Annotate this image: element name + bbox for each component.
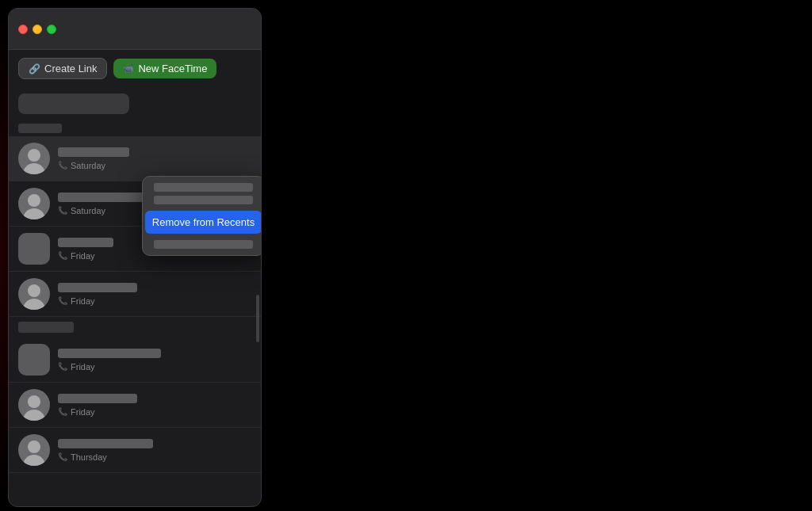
contact-sub: 📞 Friday xyxy=(58,296,251,306)
contact-day: Thursday xyxy=(71,452,107,462)
phone-icon: 📞 xyxy=(58,296,67,305)
avatar xyxy=(18,233,50,265)
link-icon: 🔗 xyxy=(29,63,40,74)
video-icon: 📹 xyxy=(123,63,134,74)
contact-list: 📞 Saturday 📞 Saturday 📞 xyxy=(9,136,261,473)
contact-name-bar xyxy=(58,394,137,403)
contact-day: Saturday xyxy=(71,161,105,170)
group-section xyxy=(9,317,261,337)
contact-info: 📞 Thursday xyxy=(58,439,251,462)
context-menu: Remove from Recents xyxy=(142,176,261,256)
context-menu-bar xyxy=(154,183,253,192)
contact-day: Friday xyxy=(71,362,95,372)
new-facetime-label: New FaceTime xyxy=(138,63,207,74)
avatar xyxy=(18,344,50,376)
avatar xyxy=(18,188,50,219)
contact-sub: 📞 Thursday xyxy=(58,452,251,462)
phone-icon: 📞 xyxy=(58,161,67,170)
new-facetime-button[interactable]: 📹 New FaceTime xyxy=(113,59,216,78)
toolbar: 🔗 Create Link 📹 New FaceTime xyxy=(9,50,261,87)
phone-icon: 📞 xyxy=(58,206,67,215)
list-item[interactable]: 📞 Friday xyxy=(9,383,261,428)
context-menu-item xyxy=(143,194,261,208)
contact-day: Friday xyxy=(71,296,95,306)
contact-name-bar xyxy=(58,193,145,202)
maximize-button[interactable] xyxy=(47,25,56,34)
create-link-label: Create Link xyxy=(44,63,97,74)
title-bar xyxy=(9,9,261,50)
search-area xyxy=(9,87,261,120)
contact-sub: 📞 Saturday xyxy=(58,161,251,170)
context-menu-item xyxy=(143,236,261,255)
avatar xyxy=(18,389,50,421)
section-label xyxy=(18,124,62,133)
avatar xyxy=(18,143,50,174)
contact-info: 📞 Friday xyxy=(58,283,251,306)
contact-info: 📞 Saturday xyxy=(58,147,251,170)
list-item[interactable]: 📞 Friday xyxy=(9,337,261,383)
context-menu-bar xyxy=(154,240,253,249)
phone-icon: 📞 xyxy=(58,407,67,416)
remove-from-recents-label: Remove from Recents xyxy=(152,216,255,228)
right-panel xyxy=(262,8,804,503)
group-label-bar xyxy=(18,322,74,333)
contact-name-bar xyxy=(58,349,161,358)
contact-info: 📞 Friday xyxy=(58,394,251,417)
remove-from-recents-button[interactable]: Remove from Recents xyxy=(145,211,261,234)
avatar xyxy=(18,278,50,310)
scrollbar[interactable] xyxy=(256,295,259,342)
contact-name-bar xyxy=(58,439,153,448)
contact-day: Friday xyxy=(71,251,95,261)
contact-day: Saturday xyxy=(71,206,105,215)
contact-name-bar xyxy=(58,283,137,292)
contact-day: Friday xyxy=(71,407,95,417)
search-input[interactable] xyxy=(18,93,129,114)
close-button[interactable] xyxy=(18,25,28,34)
facetime-window: 🔗 Create Link 📹 New FaceTime 📞 Saturday xyxy=(8,8,262,507)
list-item[interactable]: 📞 Friday xyxy=(9,272,261,317)
contact-name-bar xyxy=(58,238,113,247)
context-menu-bar xyxy=(154,196,253,204)
avatar xyxy=(18,434,50,466)
phone-icon: 📞 xyxy=(58,251,67,260)
list-item[interactable]: 📞 Thursday xyxy=(9,428,261,473)
phone-icon: 📞 xyxy=(58,452,67,461)
minimize-button[interactable] xyxy=(33,25,42,34)
contact-info: 📞 Friday xyxy=(58,349,251,372)
section-header xyxy=(9,120,261,136)
traffic-lights xyxy=(18,25,56,34)
contact-sub: 📞 Friday xyxy=(58,362,251,372)
contact-sub: 📞 Friday xyxy=(58,407,251,417)
context-menu-item xyxy=(143,177,261,194)
phone-icon: 📞 xyxy=(58,362,67,371)
create-link-button[interactable]: 🔗 Create Link xyxy=(18,58,107,79)
list-item[interactable]: 📞 Saturday xyxy=(9,136,261,181)
contact-name-bar xyxy=(58,147,129,157)
